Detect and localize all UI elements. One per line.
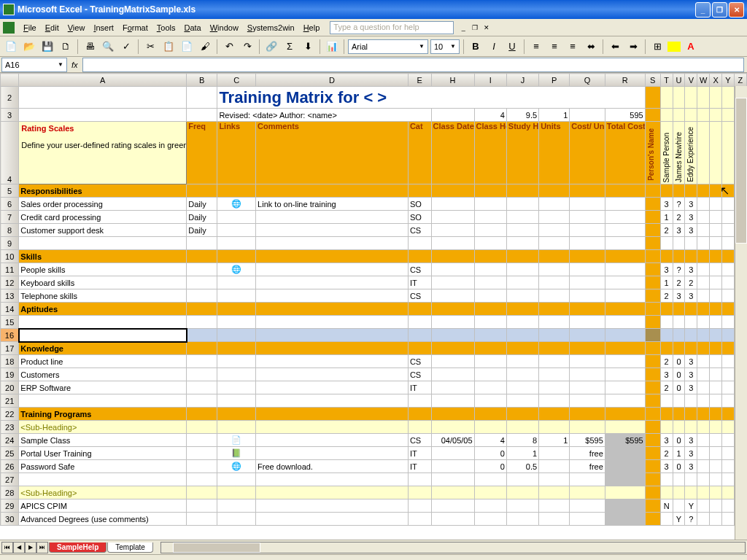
row-27[interactable]: 27 xyxy=(1,473,747,486)
row-9[interactable]: 9 xyxy=(1,237,747,250)
permission-icon[interactable]: 🗋 xyxy=(58,39,74,55)
excel-app-icon xyxy=(3,4,15,15)
sheet-tab-samplehelp[interactable]: SampleHelp xyxy=(49,542,107,553)
align-center-icon[interactable]: ≡ xyxy=(546,39,562,55)
row-29[interactable]: 29APICS CPIMNY xyxy=(1,499,747,513)
tab-nav-last[interactable]: ⏭ xyxy=(36,542,48,553)
row-14[interactable]: 14Aptitudes xyxy=(1,303,747,316)
copy-icon[interactable]: 📋 xyxy=(160,39,177,55)
standard-toolbar: 📄 📂 💾 🗋 🖶 🔍 ✓ ✂ 📋 📄 🖌 ↶ ↷ 🔗 Σ ⬇ 📊 Arial▼… xyxy=(0,36,747,57)
excel-doc-icon xyxy=(3,22,15,34)
row-21[interactable]: 21 xyxy=(1,394,747,408)
indent-decrease-icon[interactable]: ⬅ xyxy=(607,39,623,55)
row-5[interactable]: 5Responsibilities xyxy=(1,184,747,198)
row-3[interactable]: 3Revised: <date> Author: <name>49.51595 xyxy=(1,109,747,122)
close-button[interactable]: ✕ xyxy=(729,2,744,18)
row-23[interactable]: 23<Sub-Heading> xyxy=(1,421,747,434)
merge-icon[interactable]: ⬌ xyxy=(583,39,599,55)
menu-view[interactable]: View xyxy=(63,22,90,34)
print-preview-icon[interactable]: 🔍 xyxy=(100,39,116,55)
titlebar: Microsoft Excel - TrainingMatrixSample.x… xyxy=(0,0,747,19)
redo-icon[interactable]: ↷ xyxy=(239,39,255,55)
window-title: Microsoft Excel - TrainingMatrixSample.x… xyxy=(18,4,695,15)
row-25[interactable]: 25Portal User Training📗IT01free213 xyxy=(1,447,747,460)
cut-icon[interactable]: ✂ xyxy=(142,39,158,55)
font-color-icon[interactable]: A xyxy=(683,39,699,55)
new-icon[interactable]: 📄 xyxy=(3,39,19,55)
doc-restore-button[interactable]: ❐ xyxy=(470,23,480,33)
print-icon[interactable]: 🖶 xyxy=(82,39,98,55)
row-10[interactable]: 10Skills xyxy=(1,250,747,263)
doc-minimize-button[interactable]: _ xyxy=(458,23,468,33)
menu-tools[interactable]: Tools xyxy=(152,22,180,34)
open-icon[interactable]: 📂 xyxy=(21,39,37,55)
row-13[interactable]: 13Telephone skillsCS233 xyxy=(1,289,747,303)
row-19[interactable]: 19CustomersCS303 xyxy=(1,368,747,381)
row-17[interactable]: 17Knowledge xyxy=(1,342,747,355)
fill-color-icon[interactable] xyxy=(667,42,681,52)
font-size-box[interactable]: 10▼ xyxy=(430,39,460,54)
row-24[interactable]: 24Sample Class📄CS04/05/05481$595$595303 xyxy=(1,434,747,447)
doc-close-button[interactable]: ✕ xyxy=(481,23,492,33)
row-6[interactable]: 6Sales order processingDaily🌐Link to on-… xyxy=(1,198,747,211)
maximize-button[interactable]: ❐ xyxy=(712,2,727,18)
menu-data[interactable]: Data xyxy=(179,22,205,34)
tab-nav-next[interactable]: ▶ xyxy=(25,542,36,553)
sheet-tabs-row: ⏮ ◀ ▶ ⏭ SampleHelp Template xyxy=(0,540,747,554)
row-22[interactable]: 22Training Programs xyxy=(1,408,747,421)
undo-icon[interactable]: ↶ xyxy=(221,39,237,55)
row-8[interactable]: 8Customer support deskDailyCS233 xyxy=(1,224,747,237)
row-30[interactable]: 30Advanced Degrees (use comments)Y? xyxy=(1,513,747,526)
spelling-icon[interactable]: ✓ xyxy=(118,39,134,55)
sheet-tab-template[interactable]: Template xyxy=(107,542,153,553)
row-11[interactable]: 11People skills🌐CS3?3 xyxy=(1,263,747,276)
menu-systems2win[interactable]: Systems2win xyxy=(243,22,299,34)
vertical-scrollbar[interactable] xyxy=(735,86,747,540)
formula-input[interactable] xyxy=(82,58,744,72)
spreadsheet-grid[interactable]: ABCDEHIJPQRSTUVWXYZ 2Training Matrix for… xyxy=(0,73,747,540)
align-right-icon[interactable]: ≡ xyxy=(565,39,581,55)
row-26[interactable]: 26Password Safe🌐Free download.IT00.5free… xyxy=(1,460,747,473)
underline-icon[interactable]: U xyxy=(504,39,520,55)
menu-format[interactable]: Format xyxy=(118,22,152,34)
autosum-icon[interactable]: Σ xyxy=(282,39,298,55)
sort-icon[interactable]: ⬇ xyxy=(300,39,316,55)
row-16-selected[interactable]: 16 xyxy=(1,329,747,342)
column-headers[interactable]: ABCDEHIJPQRSTUVWXYZ xyxy=(1,74,747,87)
align-left-icon[interactable]: ≡ xyxy=(528,39,544,55)
font-name-box[interactable]: Arial▼ xyxy=(348,39,428,54)
tab-nav-prev[interactable]: ◀ xyxy=(13,542,25,553)
formula-bar: A16▼ fx xyxy=(0,57,747,73)
chart-icon[interactable]: 📊 xyxy=(324,39,340,55)
menu-insert[interactable]: Insert xyxy=(89,22,118,34)
row-20[interactable]: 20ERP SoftwareIT203 xyxy=(1,381,747,394)
help-search-box[interactable]: Type a question for help xyxy=(330,21,454,34)
hyperlink-icon[interactable]: 🔗 xyxy=(263,39,279,55)
minimize-button[interactable]: _ xyxy=(695,2,711,18)
paste-icon[interactable]: 📄 xyxy=(179,39,195,55)
format-painter-icon[interactable]: 🖌 xyxy=(197,39,213,55)
name-box[interactable]: A16▼ xyxy=(1,58,67,72)
fx-icon[interactable]: fx xyxy=(71,61,78,69)
italic-icon[interactable]: I xyxy=(486,39,502,55)
row-4[interactable]: 4 Rating ScalesDefine your user-defined … xyxy=(1,122,747,184)
menubar: File Edit View Insert Format Tools Data … xyxy=(0,19,747,36)
horizontal-scrollbar[interactable] xyxy=(160,542,746,553)
menu-window[interactable]: Window xyxy=(206,22,243,34)
borders-icon[interactable]: ⊞ xyxy=(649,39,665,55)
tab-nav-first[interactable]: ⏮ xyxy=(1,542,13,553)
row-7[interactable]: 7Credit card processingDailySO123 xyxy=(1,211,747,224)
bold-icon[interactable]: B xyxy=(468,39,484,55)
row-28[interactable]: 28<Sub-Heading> xyxy=(1,486,747,499)
menu-help[interactable]: Help xyxy=(299,22,325,34)
menu-file[interactable]: File xyxy=(19,22,41,34)
save-icon[interactable]: 💾 xyxy=(39,39,55,55)
menu-edit[interactable]: Edit xyxy=(41,22,63,34)
row-15[interactable]: 15 xyxy=(1,316,747,329)
row-12[interactable]: 12Keyboard skillsIT122 xyxy=(1,276,747,289)
row-18[interactable]: 18Product lineCS203 xyxy=(1,355,747,368)
status-bar xyxy=(0,554,747,560)
row-2[interactable]: 2Training Matrix for < > xyxy=(1,87,747,109)
indent-increase-icon[interactable]: ➡ xyxy=(625,39,641,55)
